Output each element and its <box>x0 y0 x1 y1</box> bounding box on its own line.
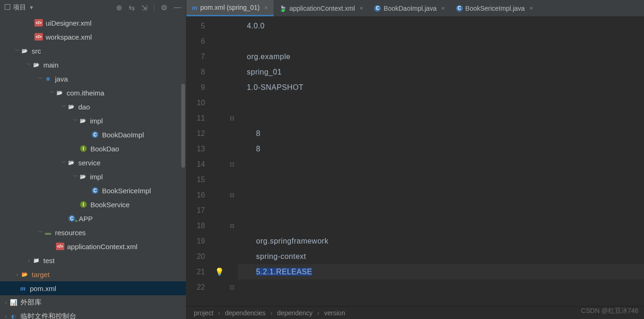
editor-area: mpom.xml (spring_01)× applicationContext… <box>186 0 644 319</box>
tree-folder-java[interactable]: ﹀java <box>0 72 186 86</box>
select-opened-icon[interactable]: ⊕ <box>116 3 122 12</box>
tree-class-booksericeimpl[interactable]: CBookSericeImpl <box>0 183 186 197</box>
tree-folder-main[interactable]: ﹀main <box>0 58 186 72</box>
spring-icon <box>279 5 287 12</box>
code-editor[interactable]: 5678910111213141516171819202122 💡 ⊟⊡⊟⊟⊡ … <box>186 16 644 306</box>
tree-pkg-itheima[interactable]: ﹀com.itheima <box>0 86 186 100</box>
tree-file-uidesigner[interactable]: </>uiDesigner.xml <box>0 16 186 30</box>
breadcrumb-item[interactable]: dependencies <box>225 309 266 317</box>
class-icon: C <box>374 5 381 12</box>
tree-file-pom[interactable]: mpom.xml <box>0 281 186 295</box>
tree-interface-bookservice[interactable]: IBookService <box>0 197 186 211</box>
tree-pkg-service-impl[interactable]: ﹀impl <box>0 170 186 183</box>
sidebar-header: 项目▼ ⊕ ⇆ ⇲ ⚙ — <box>0 0 186 15</box>
tree-pkg-dao-impl[interactable]: ﹀impl <box>0 114 186 128</box>
tree-class-app[interactable]: CAPP <box>0 211 186 225</box>
tree-pkg-dao[interactable]: ﹀dao <box>0 100 186 114</box>
chevron-down-icon: ▼ <box>29 5 34 10</box>
code-content[interactable]: 4.0.0 org.example spring_01 1.0-SNAPSHOT… <box>238 16 644 306</box>
tree-interface-bookdao[interactable]: IBookDao <box>0 142 186 156</box>
tab-appctx[interactable]: applicationContext.xml× <box>274 0 369 16</box>
close-icon[interactable]: × <box>360 5 363 12</box>
project-tree: </>uiDesigner.xml </>workspace.xml ﹀src … <box>0 15 186 319</box>
tree-scratches[interactable]: ›临时文件和控制台 <box>0 309 186 319</box>
tree-folder-resources[interactable]: ﹀resources <box>0 225 186 239</box>
breadcrumb-item[interactable]: version <box>324 309 345 317</box>
maven-icon: m <box>192 4 198 12</box>
tree-file-workspace[interactable]: </>workspace.xml <box>0 30 186 44</box>
minimize-icon[interactable]: — <box>174 3 181 12</box>
tab-bookdaoimpl[interactable]: CBookDaoImpl.java× <box>369 0 450 16</box>
bulb-column: 💡 <box>212 16 226 306</box>
tab-pom[interactable]: mpom.xml (spring_01)× <box>186 0 274 16</box>
tab-booksericeimpl[interactable]: CBookSericeImpl.java× <box>451 0 539 16</box>
project-sidebar: 项目▼ ⊕ ⇆ ⇲ ⚙ — </>uiDesigner.xml </>works… <box>0 0 186 319</box>
tree-folder-test[interactable]: ›test <box>0 253 186 267</box>
breadcrumb: project› dependencies› dependency› versi… <box>186 306 644 319</box>
sidebar-scrollbar[interactable] <box>181 84 185 168</box>
close-icon[interactable]: × <box>264 4 268 11</box>
watermark: CSDN @红豆冰746 <box>581 307 638 315</box>
close-icon[interactable]: × <box>441 5 445 12</box>
line-gutter: 5678910111213141516171819202122 <box>186 16 212 306</box>
expand-all-icon[interactable]: ⇆ <box>129 3 135 12</box>
tree-folder-target[interactable]: ›target <box>0 267 186 281</box>
editor-tabs: mpom.xml (spring_01)× applicationContext… <box>186 0 644 16</box>
gear-icon[interactable]: ⚙ <box>161 3 167 12</box>
tree-pkg-service[interactable]: ﹀service <box>0 156 186 170</box>
sidebar-title[interactable]: 项目▼ <box>5 3 34 12</box>
breadcrumb-item[interactable]: project <box>194 309 213 317</box>
breadcrumb-item[interactable]: dependency <box>277 309 313 317</box>
tree-file-appctx[interactable]: </>applicationContext.xml <box>0 239 186 253</box>
close-icon[interactable]: × <box>529 5 533 12</box>
class-icon: C <box>456 5 463 12</box>
tree-ext-libs[interactable]: ›外部库 <box>0 295 186 309</box>
tree-class-bookdaoimpl[interactable]: CBookDaoImpl <box>0 128 186 142</box>
separator <box>154 3 154 12</box>
collapse-all-icon[interactable]: ⇲ <box>141 3 147 12</box>
tree-folder-src[interactable]: ﹀src <box>0 44 186 58</box>
fold-column: ⊟⊡⊟⊟⊡ <box>226 16 238 306</box>
intention-bulb-icon[interactable]: 💡 <box>215 267 224 276</box>
